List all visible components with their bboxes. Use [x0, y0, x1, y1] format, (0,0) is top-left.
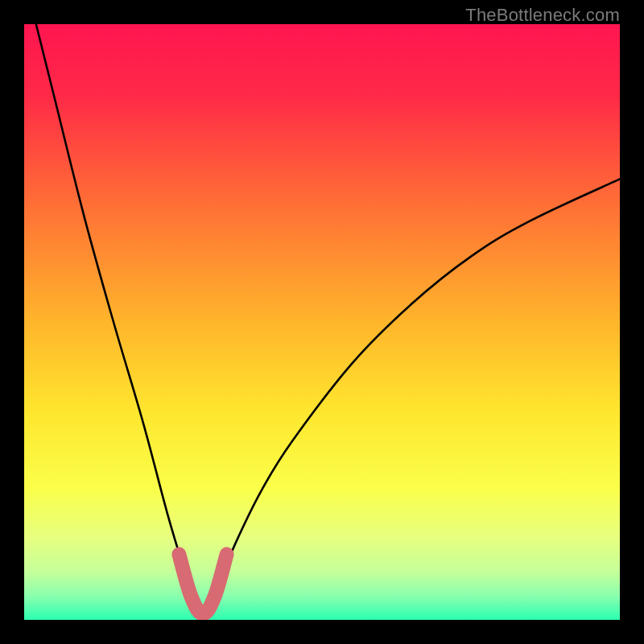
plot-area	[24, 24, 620, 620]
curve-layer	[24, 24, 620, 620]
highlight-band	[179, 555, 226, 614]
watermark-text: TheBottleneck.com	[465, 5, 620, 26]
bottleneck-curve	[36, 24, 620, 620]
chart-frame: TheBottleneck.com	[0, 0, 644, 644]
